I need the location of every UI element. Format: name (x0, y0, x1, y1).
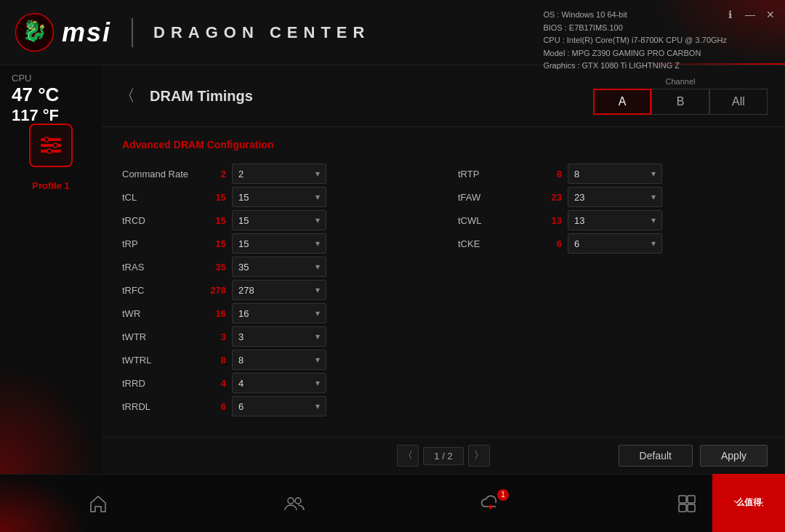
titlebar: 🐉 msi DRAGON CENTER OS : Windows 10 64-b… (0, 0, 785, 65)
param-select-twtr[interactable]: 3▾ (232, 326, 326, 347)
param-select-twtrl[interactable]: 8▾ (232, 350, 326, 370)
dropdown-arrow: ▾ (651, 238, 656, 249)
info-button[interactable]: ℹ (722, 7, 737, 22)
nav-item-home[interactable] (87, 493, 109, 515)
param-name-tras: tRAS (122, 262, 195, 273)
sidebar-glow (0, 365, 102, 474)
param-select-command-rate[interactable]: 2▾ (232, 164, 326, 184)
param-select-twr[interactable]: 16▾ (232, 303, 326, 323)
sys-cpu: CPU : Intel(R) Core(TM) i7-8700K CPU @ 3… (543, 34, 727, 47)
dropdown-arrow: ▾ (315, 378, 320, 388)
channel-tab-a[interactable]: A (593, 89, 651, 115)
minimize-button[interactable]: — (743, 7, 757, 22)
param-select-tras[interactable]: 35▾ (232, 257, 326, 277)
param-row-trp: tRP 15 15▾ (122, 232, 429, 255)
sys-bios: BIOS : E7B17IMS.100 (543, 22, 727, 35)
svg-rect-2 (41, 138, 61, 141)
dropdown-arrow: ▾ (315, 355, 320, 365)
param-select-tfaw[interactable]: 23▾ (568, 187, 662, 207)
msi-dragon-icon: 🐉 (15, 12, 55, 52)
svg-rect-10 (679, 496, 686, 503)
page-next-button[interactable]: 〉 (468, 445, 490, 467)
param-select-trp[interactable]: 15▾ (232, 233, 326, 254)
app-title: DRAGON CENTER (153, 23, 370, 42)
sys-model: Model : MPG Z390 GAMING PRO CARBON (543, 47, 727, 60)
dropdown-arrow: ▾ (651, 169, 656, 179)
param-select-tcke[interactable]: 6▾ (568, 233, 662, 254)
bottom-nav: 1 什么值得买 (0, 474, 785, 532)
param-name-tcwl: tCWL (458, 215, 531, 226)
param-val-trcd: 15 (201, 215, 226, 226)
svg-rect-12 (679, 504, 686, 512)
channel-tab-b[interactable]: B (651, 89, 709, 115)
svg-rect-11 (688, 496, 695, 503)
nav-item-settings[interactable] (676, 493, 698, 515)
default-button[interactable]: Default (619, 445, 693, 467)
nav-item-download[interactable]: 1 (480, 492, 502, 515)
sys-os: OS : Windows 10 64-bit (543, 9, 727, 22)
param-name-trrdl: tRRDL (122, 401, 195, 412)
dropdown-arrow: ▾ (315, 238, 320, 249)
param-val-trrdl: 6 (201, 401, 226, 412)
page-prev-button[interactable]: 〈 (397, 445, 419, 467)
param-name-tfaw: tFAW (458, 192, 531, 203)
settings-icon (38, 132, 64, 158)
params-left-col: Command Rate 2 2▾ tCL 15 15▾ (122, 162, 429, 418)
param-select-tcl[interactable]: 15▾ (232, 187, 326, 207)
bottom-glow (0, 474, 87, 532)
param-row-tras: tRAS 35 35▾ (122, 255, 429, 278)
dropdown-arrow: ▾ (315, 169, 320, 179)
svg-rect-13 (688, 504, 695, 512)
nav-item-community[interactable] (283, 493, 305, 515)
param-name-trtp: tRTP (458, 169, 531, 180)
param-select-trcd[interactable]: 15▾ (232, 210, 326, 230)
param-val-trfc: 278 (201, 285, 226, 296)
param-val-twtr: 3 (201, 331, 226, 342)
param-val-tcke: 6 (536, 238, 562, 249)
channel-tab-all[interactable]: All (709, 89, 768, 115)
content-footer: 〈 1 / 2 〉 Default Apply (102, 437, 785, 474)
param-select-trfc[interactable]: 278▾ (232, 280, 326, 300)
param-row-twtrl: tWTRL 8 8▾ (122, 348, 429, 371)
tools-icon (676, 493, 698, 515)
param-select-trrdl[interactable]: 6▾ (232, 396, 326, 416)
channel-label: Channel (666, 77, 696, 86)
param-name-trrd: tRRD (122, 378, 195, 389)
footer-buttons: Default Apply (619, 445, 768, 467)
download-badge: 1 (497, 489, 509, 501)
temp-celsius: 47 °C (12, 84, 59, 106)
param-val-twr: 16 (201, 308, 226, 319)
param-name-tcl: tCL (122, 192, 195, 203)
param-name-command-rate: Command Rate (122, 169, 195, 180)
param-row-trtp: tRTP 8 8▾ (458, 162, 765, 185)
apply-button[interactable]: Apply (700, 445, 768, 467)
param-name-twtr: tWTR (122, 331, 195, 342)
param-val-tfaw: 23 (536, 192, 562, 203)
msi-logo: 🐉 msi (15, 12, 111, 52)
param-row-trcd: tRCD 15 15▾ (122, 209, 429, 232)
param-val-command-rate: 2 (201, 169, 226, 180)
home-icon (87, 493, 109, 515)
profile-icon[interactable] (29, 124, 73, 167)
back-button[interactable]: 〈 (119, 85, 135, 107)
logo-area: 🐉 msi DRAGON CENTER (15, 12, 370, 52)
page-title: DRAM Timings (150, 88, 253, 105)
param-val-trp: 15 (201, 238, 226, 249)
param-grid: Command Rate 2 2▾ tCL 15 15▾ (122, 162, 765, 418)
param-select-tcwl[interactable]: 13▾ (568, 210, 662, 230)
dropdown-arrow: ▾ (315, 308, 320, 318)
main-layout: CPU 47 °C 117 °F Profile 1 〈 DRAM Timing… (0, 65, 785, 474)
param-val-twtrl: 8 (201, 355, 226, 366)
param-row-trfc: tRFC 278 278▾ (122, 278, 429, 302)
profile-label: Profile 1 (32, 180, 69, 191)
dropdown-arrow: ▾ (651, 192, 656, 202)
close-button[interactable]: ✕ (763, 7, 778, 22)
param-select-trrd[interactable]: 4▾ (232, 373, 326, 393)
temp-fahrenheit: 117 °F (12, 106, 59, 125)
logo-separator (132, 18, 133, 47)
bottom-right-brand: 什么值得买 (712, 474, 785, 532)
dropdown-arrow: ▾ (315, 285, 320, 295)
config-area: Advanced DRAM Configuration Command Rate… (102, 127, 785, 437)
param-row-tcke: tCKE 6 6▾ (458, 232, 765, 255)
param-select-trtp[interactable]: 8▾ (568, 164, 662, 184)
